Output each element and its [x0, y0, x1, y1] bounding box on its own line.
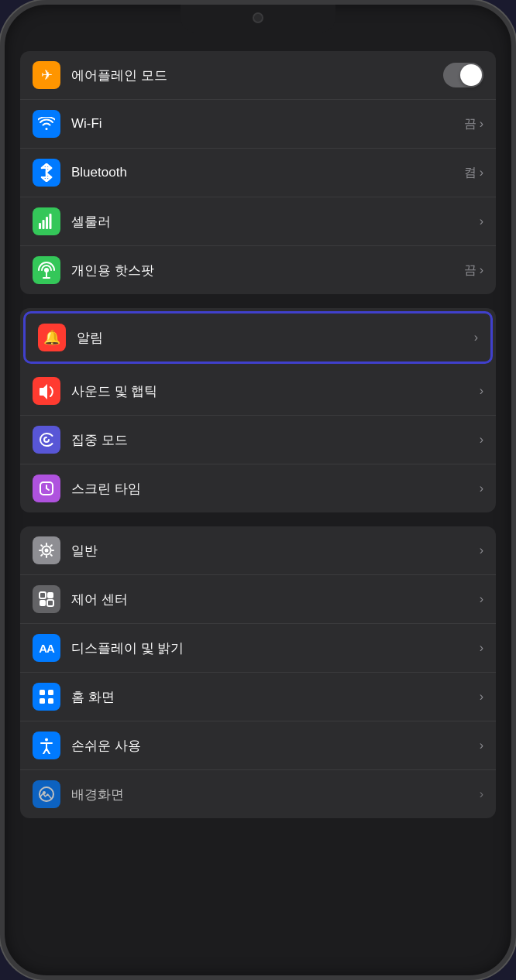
- notifications-group: 🔔 알림 › 사운드 및 햅틱 ›: [20, 308, 496, 512]
- wallpaper-chevron: ›: [480, 787, 483, 801]
- sounds-icon: [33, 377, 60, 405]
- toggle-knob: [460, 64, 482, 86]
- wifi-chevron: ›: [480, 117, 483, 131]
- control-center-icon: [33, 585, 60, 613]
- screentime-right: ›: [480, 481, 483, 495]
- svg-rect-10: [40, 592, 46, 598]
- bluetooth-status-text: 켬: [464, 165, 476, 181]
- svg-rect-16: [40, 698, 45, 704]
- homescreen-label: 홈 화면: [71, 688, 480, 706]
- airplane-mode-label: 에어플레인 모드: [71, 67, 443, 84]
- homescreen-right: ›: [480, 690, 483, 704]
- svg-rect-13: [47, 600, 53, 606]
- connectivity-group: ✈ 에어플레인 모드 Wi-Fi: [20, 51, 496, 294]
- general-label: 일반: [71, 542, 480, 560]
- homescreen-chevron: ›: [480, 690, 483, 704]
- airplane-mode-row[interactable]: ✈ 에어플레인 모드: [20, 51, 496, 100]
- screentime-row[interactable]: 스크린 타임 ›: [20, 464, 496, 512]
- accessibility-right: ›: [480, 738, 483, 752]
- focus-chevron: ›: [480, 433, 483, 447]
- svg-rect-14: [40, 690, 45, 695]
- homescreen-icon: [33, 683, 60, 711]
- screentime-label: 스크린 타임: [71, 480, 480, 498]
- svg-point-18: [45, 738, 48, 742]
- display-chevron: ›: [480, 641, 483, 655]
- svg-rect-0: [39, 223, 41, 229]
- cellular-right: ›: [480, 214, 483, 228]
- general-right: ›: [480, 543, 483, 557]
- sounds-chevron: ›: [480, 384, 483, 398]
- wifi-status-text: 끔: [464, 116, 476, 132]
- bluetooth-label: Bluetooth: [71, 165, 464, 180]
- focus-icon: [33, 426, 60, 454]
- screentime-chevron: ›: [480, 481, 483, 495]
- hotspot-chevron: ›: [480, 263, 483, 277]
- general-icon: [33, 536, 60, 564]
- notifications-label: 알림: [77, 329, 474, 347]
- hotspot-status-text: 끔: [464, 262, 476, 279]
- cellular-label: 셀룰러: [71, 213, 480, 231]
- display-label: 디스플레이 및 밝기: [71, 639, 480, 657]
- airplane-mode-icon: ✈: [33, 61, 60, 89]
- hotspot-label: 개인용 핫스팟: [71, 262, 464, 279]
- hotspot-row[interactable]: 개인용 핫스팟 끔 ›: [20, 246, 496, 294]
- notifications-chevron: ›: [474, 331, 478, 344]
- bluetooth-row[interactable]: Bluetooth 켬 ›: [20, 149, 496, 197]
- screentime-icon: [33, 475, 60, 502]
- control-center-label: 제어 센터: [71, 591, 480, 608]
- svg-rect-12: [40, 600, 46, 606]
- control-center-chevron: ›: [480, 592, 483, 606]
- wifi-icon: [33, 110, 60, 138]
- wallpaper-icon: [33, 780, 60, 808]
- phone-frame: ✈ 에어플레인 모드 Wi-Fi: [0, 0, 516, 980]
- wifi-label: Wi-Fi: [71, 116, 464, 132]
- bluetooth-chevron: ›: [480, 166, 483, 180]
- svg-rect-3: [50, 214, 52, 229]
- cellular-chevron: ›: [480, 214, 483, 228]
- accessibility-chevron: ›: [480, 738, 483, 752]
- cellular-row[interactable]: 셀룰러 ›: [20, 197, 496, 246]
- bluetooth-icon: [33, 159, 60, 187]
- general-chevron: ›: [480, 543, 483, 557]
- general-group: 일반 › 제어 센터 ›: [20, 526, 496, 818]
- hotspot-icon: [33, 256, 60, 284]
- display-icon: AA: [33, 634, 60, 662]
- svg-point-8: [45, 549, 49, 553]
- focus-row[interactable]: 집중 모드 ›: [20, 416, 496, 464]
- svg-rect-15: [48, 690, 53, 695]
- control-center-right: ›: [480, 592, 483, 606]
- accessibility-row[interactable]: 손쉬운 사용 ›: [20, 721, 496, 770]
- svg-rect-1: [43, 220, 45, 229]
- hotspot-status: 끔 ›: [464, 262, 483, 279]
- homescreen-row[interactable]: 홈 화면 ›: [20, 673, 496, 721]
- display-row[interactable]: AA 디스플레이 및 밝기 ›: [20, 624, 496, 673]
- notifications-row[interactable]: 🔔 알림 ›: [26, 314, 490, 362]
- settings-content: ✈ 에어플레인 모드 Wi-Fi: [5, 43, 511, 975]
- wallpaper-row[interactable]: 배경화면 ›: [20, 770, 496, 818]
- wifi-status: 끔 ›: [464, 116, 483, 132]
- display-right: ›: [480, 641, 483, 655]
- svg-rect-2: [46, 217, 48, 229]
- wallpaper-label: 배경화면: [71, 786, 480, 804]
- svg-rect-17: [48, 698, 53, 704]
- notifications-right: ›: [474, 331, 478, 344]
- sounds-right: ›: [480, 384, 483, 398]
- svg-rect-11: [47, 592, 53, 598]
- wifi-row[interactable]: Wi-Fi 끔 ›: [20, 100, 496, 149]
- focus-right: ›: [480, 433, 483, 447]
- accessibility-icon: [33, 732, 60, 759]
- camera-dot: [253, 12, 263, 23]
- accessibility-label: 손쉬운 사용: [71, 737, 480, 755]
- bluetooth-status: 켬 ›: [464, 165, 483, 181]
- sounds-row[interactable]: 사운드 및 햅틱 ›: [20, 367, 496, 416]
- general-row[interactable]: 일반 ›: [20, 526, 496, 575]
- wallpaper-right: ›: [480, 787, 483, 801]
- control-center-row[interactable]: 제어 센터 ›: [20, 575, 496, 624]
- airplane-mode-toggle[interactable]: [443, 63, 483, 87]
- notifications-icon: 🔔: [38, 324, 66, 351]
- sounds-label: 사운드 및 햅틱: [71, 382, 480, 400]
- cellular-icon: [33, 207, 60, 235]
- focus-label: 집중 모드: [71, 431, 480, 449]
